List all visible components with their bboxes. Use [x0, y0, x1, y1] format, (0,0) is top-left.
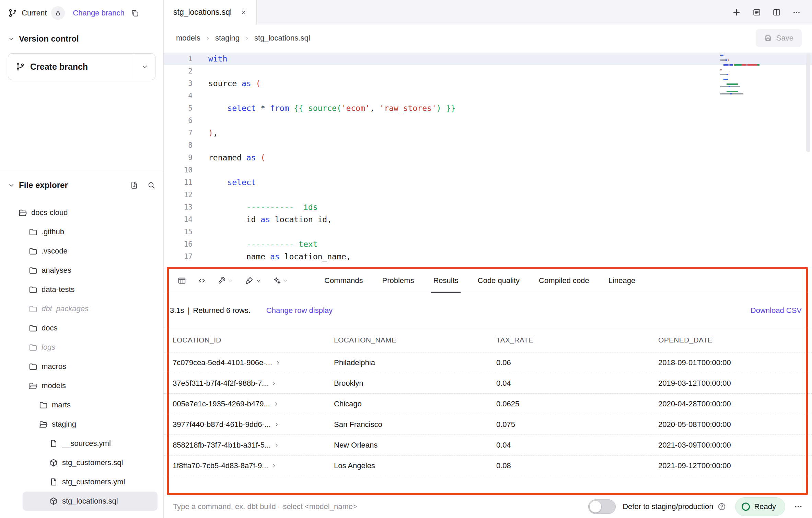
- cell: 0.08: [496, 461, 658, 470]
- code-line: 13 ---------- ids: [164, 201, 812, 213]
- code-line: 4: [164, 90, 812, 102]
- expand-cell-icon[interactable]: [273, 401, 279, 407]
- cell: 0.075: [496, 420, 658, 429]
- defer-toggle[interactable]: [588, 499, 616, 514]
- file-tree-item-marts[interactable]: marts: [0, 395, 163, 415]
- panel-tab-compiled-code[interactable]: Compiled code: [529, 268, 599, 293]
- file-tree-item--sources-yml[interactable]: __sources.yml: [0, 434, 163, 453]
- build-menu-button[interactable]: [217, 276, 234, 285]
- expand-cell-icon[interactable]: [274, 421, 280, 428]
- cell: 2018-09-01T00:00:00: [658, 358, 812, 367]
- file-tree: docs-cloud.github.vscodeanalysesdata-tes…: [0, 203, 163, 511]
- save-button[interactable]: Save: [756, 29, 802, 47]
- file-tree-item-stg-locations-sql[interactable]: stg_locations.sql: [23, 492, 158, 511]
- file-tree-item-dbt-packages[interactable]: dbt_packages: [0, 299, 163, 318]
- cell-location-id: 37e5f311-b7f4-4f2f-988b-7...: [173, 379, 268, 388]
- chevron-right-icon: [244, 36, 250, 41]
- change-row-display-link[interactable]: Change row display: [266, 306, 333, 315]
- code-line: 11 select: [164, 176, 812, 189]
- git-branch-icon: [16, 62, 25, 71]
- panel-tab-lineage[interactable]: Lineage: [599, 268, 645, 293]
- search-icon[interactable]: [147, 181, 155, 189]
- change-branch-link[interactable]: Change branch: [73, 9, 124, 18]
- file-name: stg_customers.yml: [62, 477, 125, 486]
- model-icon: [49, 497, 58, 506]
- toggle-knob: [590, 501, 601, 513]
- folder-icon: [28, 324, 37, 333]
- download-csv-link[interactable]: Download CSV: [751, 306, 802, 315]
- format-menu-button[interactable]: [245, 276, 261, 285]
- file-tree-item-stg-customers-sql[interactable]: stg_customers.sql: [0, 453, 163, 472]
- git-branch-icon: [8, 9, 17, 18]
- file-name: docs-cloud: [31, 208, 68, 217]
- copilot-menu-button[interactable]: [272, 276, 289, 285]
- file-tree-item-data-tests[interactable]: data-tests: [0, 280, 163, 299]
- file-tree-item-analyses[interactable]: analyses: [0, 261, 163, 280]
- table-icon: [177, 276, 186, 285]
- code-line: 16 ---------- text: [164, 238, 812, 250]
- new-tab-icon[interactable]: [732, 8, 741, 17]
- expand-cell-icon[interactable]: [274, 442, 280, 448]
- panel-tab-results[interactable]: Results: [424, 268, 468, 293]
- lock-icon: [55, 10, 61, 16]
- ready-status-button[interactable]: Ready: [735, 497, 785, 516]
- editor-more-options-icon[interactable]: [792, 8, 801, 17]
- new-file-icon[interactable]: [130, 181, 138, 189]
- editor-scrollbar[interactable]: [806, 53, 810, 152]
- create-branch-label: Create branch: [30, 62, 88, 72]
- column-header: LOCATION_NAME: [334, 336, 496, 344]
- panel-tab-commands[interactable]: Commands: [315, 268, 372, 293]
- cell-location-id: 3977f440-b87d-461b-9dd6-...: [173, 420, 271, 429]
- command-bar: Defer to staging/production Ready: [164, 495, 812, 518]
- sparkles-icon: [272, 276, 281, 285]
- file-tree-item-staging[interactable]: staging: [0, 415, 163, 434]
- panel-toolbar: CommandsProblemsResultsCode qualityCompi…: [164, 268, 812, 293]
- tab-stg-locations-sql[interactable]: stg_locations.sql: [164, 0, 257, 24]
- file-tree-item-docs-cloud[interactable]: docs-cloud: [0, 203, 163, 222]
- command-input[interactable]: [173, 502, 588, 511]
- file-tree-item-docs[interactable]: docs: [0, 318, 163, 338]
- split-editor-icon[interactable]: [772, 8, 781, 17]
- code-editor[interactable]: 1with23source as (45 select * from {{ so…: [164, 52, 812, 268]
- help-icon[interactable]: [717, 502, 726, 511]
- expand-cell-icon[interactable]: [271, 380, 277, 386]
- editor-format-icon[interactable]: [752, 8, 761, 17]
- minimap[interactable]: [720, 55, 772, 95]
- more-options-icon[interactable]: [793, 502, 803, 511]
- current-branch-label: Current: [22, 9, 47, 18]
- code-lines: 1with23source as (45 select * from {{ so…: [164, 53, 812, 263]
- panel-tab-problems[interactable]: Problems: [372, 268, 424, 293]
- file-tree-item-macros[interactable]: macros: [0, 357, 163, 376]
- cell: 0.06: [496, 358, 658, 367]
- cell: 0.0625: [496, 399, 658, 408]
- file-tree-item-models[interactable]: models: [0, 376, 163, 395]
- file-name: .vscode: [42, 247, 68, 256]
- code-line: 15: [164, 226, 812, 238]
- version-control-header[interactable]: Version control: [8, 26, 155, 44]
- tab-title: stg_locations.sql: [173, 8, 232, 17]
- line-number: 4: [164, 90, 193, 102]
- file-tree-item-logs[interactable]: logs: [0, 338, 163, 357]
- code-preview-button[interactable]: [197, 276, 206, 285]
- expand-cell-icon[interactable]: [275, 360, 281, 366]
- chevron-down-icon: [141, 63, 148, 70]
- model-icon: [49, 458, 58, 467]
- file-explorer-header[interactable]: File explorer: [0, 175, 163, 195]
- code-line: 2: [164, 65, 812, 77]
- panel-tab-code-quality[interactable]: Code quality: [468, 268, 529, 293]
- copy-branch-icon[interactable]: [130, 9, 139, 18]
- file-tree-item--vscode[interactable]: .vscode: [0, 241, 163, 261]
- create-branch-button[interactable]: Create branch: [8, 53, 155, 80]
- create-branch-main[interactable]: Create branch: [8, 54, 134, 80]
- line-number: 13: [164, 201, 193, 213]
- query-time: 3.1s: [170, 306, 184, 315]
- line-number: 11: [164, 176, 193, 189]
- expand-cell-icon[interactable]: [271, 463, 277, 469]
- file-tree-item--github[interactable]: .github: [0, 222, 163, 241]
- create-branch-dropdown[interactable]: [134, 54, 155, 80]
- close-tab-icon[interactable]: [241, 9, 247, 15]
- file-name: staging: [52, 420, 76, 429]
- folder-icon: [28, 343, 37, 352]
- file-tree-item-stg-customers-yml[interactable]: stg_customers.yml: [0, 472, 163, 492]
- results-grid-button[interactable]: [177, 276, 186, 285]
